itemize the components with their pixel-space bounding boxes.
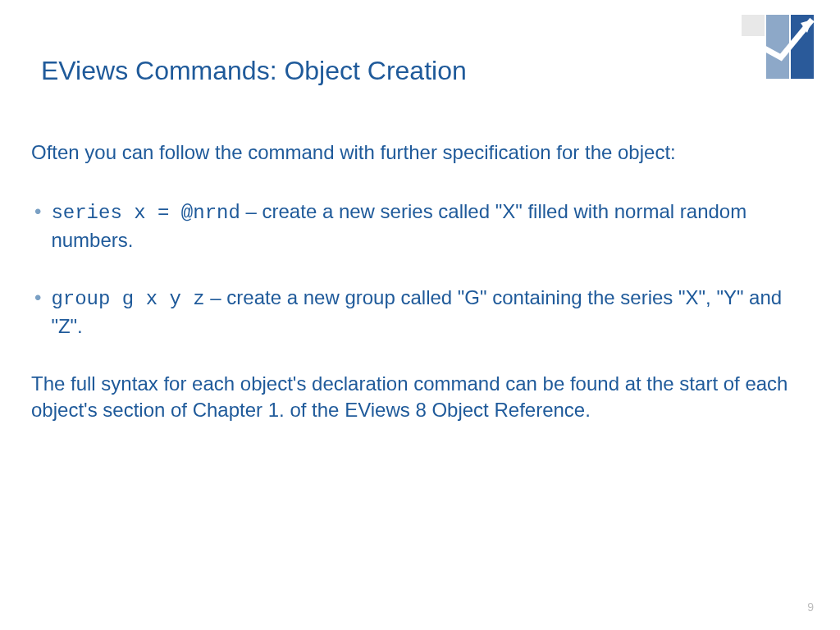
bullet-body: group g x y z – create a new group calle…: [51, 285, 791, 340]
bullet-item: • series x = @nrnd – create a new series…: [31, 199, 791, 253]
code-snippet: group g x y z: [51, 288, 204, 310]
separator: –: [240, 200, 262, 222]
intro-text: Often you can follow the command with fu…: [31, 139, 791, 166]
bullet-marker: •: [34, 199, 41, 253]
bullet-item: • group g x y z – create a new group cal…: [31, 285, 791, 340]
footnote-text: The full syntax for each object's declar…: [31, 371, 791, 424]
eviews-logo-icon: [742, 15, 815, 80]
slide-title: EViews Commands: Object Creation: [41, 56, 467, 86]
bullet-body: series x = @nrnd – create a new series c…: [51, 199, 791, 253]
page-number: 9: [807, 600, 814, 614]
separator: –: [205, 286, 227, 308]
bullet-marker: •: [34, 285, 41, 340]
code-snippet: series x = @nrnd: [51, 202, 240, 224]
slide-content: Often you can follow the command with fu…: [31, 139, 791, 424]
